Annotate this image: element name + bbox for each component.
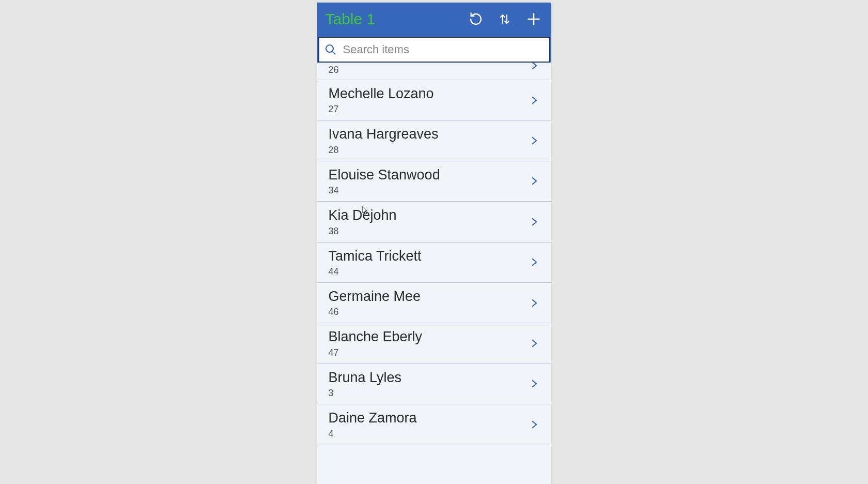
list-item-text: Kia Dejohn 38 [329,207,530,236]
list-item-name: Mechelle Lozano [329,85,530,102]
chevron-right-icon [530,256,540,268]
list-item-text: Tamica Trickett 44 [329,248,530,277]
list-item-text: Germaine Mee 46 [329,288,530,317]
list-item-partial[interactable]: 26 [317,63,551,80]
list-item-text: Blanche Eberly 47 [329,328,530,358]
list-item[interactable]: Blanche Eberly 47 [317,323,551,364]
list-item-text: Elouise Stanwood 34 [329,167,530,196]
chevron-right-icon [530,175,540,187]
list-item-name: Kia Dejohn [329,207,530,223]
list-item-sub: 27 [329,104,530,115]
list-item[interactable]: Germaine Mee 46 [317,283,551,323]
sort-icon[interactable] [498,12,512,26]
list-item-sub: 46 [329,307,530,317]
chevron-right-icon [530,63,540,72]
svg-line-5 [332,51,335,54]
list-item[interactable]: Mechelle Lozano 27 [317,80,551,120]
add-icon[interactable] [526,12,541,26]
list-item[interactable]: Kia Dejohn 38 [317,202,551,242]
header-actions [469,12,545,26]
list-item-text: Daine Zamora 4 [329,410,530,439]
list-item-sub: 47 [329,347,530,358]
list-item-text: Mechelle Lozano 27 [329,85,530,115]
list-item-name: Daine Zamora [329,410,530,426]
list-item-name: Tamica Trickett [329,248,530,264]
list-item-sub: 4 [329,429,530,440]
chevron-right-icon [530,134,540,147]
search-wrap [317,36,551,63]
list-item[interactable]: Ivana Hargreaves 28 [317,120,551,161]
list-item-sub: 3 [329,388,530,399]
item-list[interactable]: 26 Mechelle Lozano 27 Ivana Hargreaves 2… [317,63,551,484]
svg-point-4 [326,45,333,52]
list-item-text: Bruna Lyles 3 [329,369,530,399]
chevron-right-icon [530,216,540,228]
search-container[interactable] [318,37,550,63]
app-frame: Table 1 [317,3,551,484]
list-item[interactable]: Bruna Lyles 3 [317,364,551,404]
list-item-name: Germaine Mee [329,288,530,305]
search-icon [323,42,338,57]
list-item-name: Bruna Lyles [329,369,530,386]
refresh-icon[interactable] [469,12,483,26]
list-item-text: Ivana Hargreaves 28 [329,126,530,155]
search-input[interactable] [338,43,545,56]
list-item-sub: 44 [329,266,530,277]
header-bar: Table 1 [317,3,551,36]
list-item[interactable]: Tamica Trickett 44 [317,243,551,283]
chevron-right-icon [530,418,540,431]
list-item-name: Elouise Stanwood [329,167,530,183]
chevron-right-icon [530,297,540,309]
list-item-sub: 34 [329,185,530,196]
chevron-right-icon [530,337,540,350]
list-item-name: Ivana Hargreaves [329,126,530,142]
list-item-sub: 28 [329,145,530,156]
list-item-sub: 26 [329,65,540,75]
list-item[interactable]: Elouise Stanwood 34 [317,161,551,202]
list-item-sub: 38 [329,226,530,237]
page-title: Table 1 [323,10,469,28]
list-item[interactable]: Daine Zamora 4 [317,404,551,445]
chevron-right-icon [530,377,540,390]
chevron-right-icon [530,94,540,107]
list-item-name: Blanche Eberly [329,328,530,345]
